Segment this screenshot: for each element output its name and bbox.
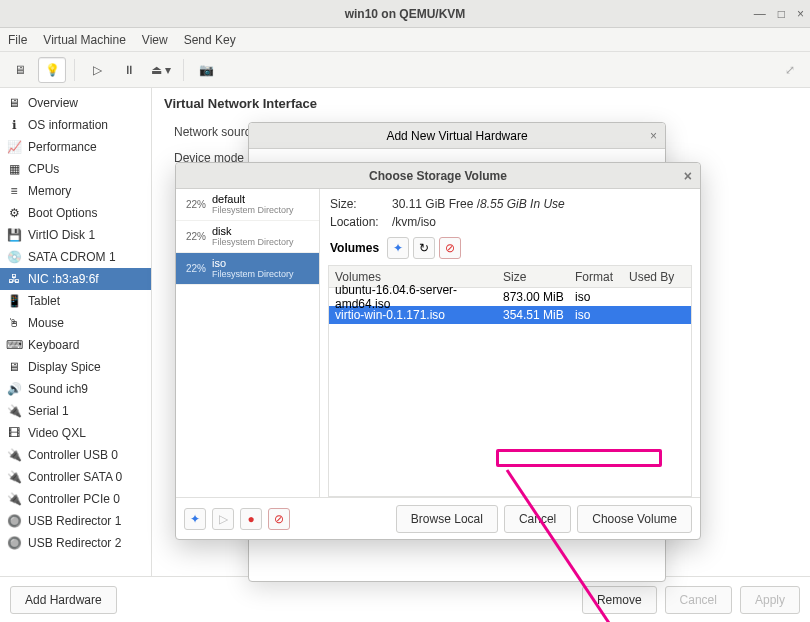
pool-usage: 22%	[182, 231, 206, 242]
window-title: win10 on QEMU/KVM	[345, 7, 466, 21]
sidebar-item-label: VirtIO Disk 1	[28, 228, 95, 242]
sidebar-item-label: Serial 1	[28, 404, 69, 418]
sidebar-item-label: Controller USB 0	[28, 448, 118, 462]
sidebar-item[interactable]: 💿SATA CDROM 1	[0, 246, 151, 268]
shutdown-button[interactable]: ⏏ ▾	[147, 57, 175, 83]
delete-pool-button[interactable]: ⊘	[268, 508, 290, 530]
sidebar-item-label: Tablet	[28, 294, 60, 308]
sidebar-item[interactable]: 🎞Video QXL	[0, 422, 151, 444]
console-button[interactable]: 🖥	[6, 57, 34, 83]
dialog-add-title: Add New Virtual Hardware	[386, 129, 527, 143]
sidebar-item[interactable]: 🔘USB Redirector 1	[0, 510, 151, 532]
sidebar-item[interactable]: 🖥Display Spice	[0, 356, 151, 378]
browse-local-button[interactable]: Browse Local	[396, 505, 498, 533]
sidebar-item[interactable]: 🖥Overview	[0, 92, 151, 114]
col-volumes[interactable]: Volumes	[335, 270, 503, 284]
sidebar-item-label: SATA CDROM 1	[28, 250, 116, 264]
menu-file[interactable]: File	[8, 33, 27, 47]
details-button[interactable]: 💡	[38, 57, 66, 83]
vol-name: ubuntu-16.04.6-server-amd64.iso	[335, 283, 503, 311]
sidebar-item-label: Mouse	[28, 316, 64, 330]
sidebar-item[interactable]: ⌨Keyboard	[0, 334, 151, 356]
refresh-volume-button[interactable]: ↻	[413, 237, 435, 259]
volume-row[interactable]: virtio-win-0.1.171.iso354.51 MiBiso	[329, 306, 691, 324]
pool-item[interactable]: 22%defaultFilesystem Directory	[176, 189, 319, 221]
sidebar-item-label: Controller SATA 0	[28, 470, 122, 484]
pool-usage: 22%	[182, 263, 206, 274]
dialog-choose-volume: Choose Storage Volume × 22%defaultFilesy…	[175, 162, 701, 540]
add-volume-button[interactable]: ✦	[387, 237, 409, 259]
cancel-button[interactable]: Cancel	[665, 586, 732, 614]
device-icon: 🔘	[6, 513, 22, 529]
menu-view[interactable]: View	[142, 33, 168, 47]
stop-pool-button[interactable]: ●	[240, 508, 262, 530]
sidebar-item[interactable]: ℹOS information	[0, 114, 151, 136]
add-hardware-button[interactable]: Add Hardware	[10, 586, 117, 614]
pool-item[interactable]: 22%diskFilesystem Directory	[176, 221, 319, 253]
device-icon: ≡	[6, 183, 22, 199]
volumes-label: Volumes	[330, 241, 379, 255]
sidebar-item[interactable]: ⚙Boot Options	[0, 202, 151, 224]
detail-heading: Virtual Network Interface	[164, 96, 798, 111]
dialog-add-close-icon[interactable]: ×	[650, 129, 657, 143]
delete-volume-button[interactable]: ⊘	[439, 237, 461, 259]
dialog-volume-close-icon[interactable]: ×	[684, 168, 692, 184]
dialog-volume-title: Choose Storage Volume	[369, 169, 507, 183]
device-icon: 🔌	[6, 469, 22, 485]
sidebar-item-label: Overview	[28, 96, 78, 110]
pool-name: defaultFilesystem Directory	[212, 194, 294, 215]
sidebar-item[interactable]: ≡Memory	[0, 180, 151, 202]
sidebar-item[interactable]: 🖧NIC :b3:a9:6f	[0, 268, 151, 290]
device-icon: 🎞	[6, 425, 22, 441]
window-titlebar: win10 on QEMU/KVM — □ ×	[0, 0, 810, 28]
col-usedby[interactable]: Used By	[629, 270, 685, 284]
sidebar-item[interactable]: 🔌Controller PCIe 0	[0, 488, 151, 510]
device-icon: 🖱	[6, 315, 22, 331]
sidebar-item[interactable]: 🖱Mouse	[0, 312, 151, 334]
vol-format: iso	[575, 308, 629, 322]
sidebar-item[interactable]: ▦CPUs	[0, 158, 151, 180]
sidebar-item[interactable]: 📈Performance	[0, 136, 151, 158]
choose-volume-button[interactable]: Choose Volume	[577, 505, 692, 533]
vm-sidebar: 🖥OverviewℹOS information📈Performance▦CPU…	[0, 88, 152, 576]
menubar: File Virtual Machine View Send Key	[0, 28, 810, 52]
volume-row[interactable]: ubuntu-16.04.6-server-amd64.iso873.00 Mi…	[329, 288, 691, 306]
add-pool-button[interactable]: ✦	[184, 508, 206, 530]
cancel-volume-button[interactable]: Cancel	[504, 505, 571, 533]
remove-button[interactable]: Remove	[582, 586, 657, 614]
close-icon[interactable]: ×	[797, 7, 804, 21]
sidebar-item[interactable]: 🔌Serial 1	[0, 400, 151, 422]
pool-item[interactable]: 22%isoFilesystem Directory	[176, 253, 319, 285]
minimize-icon[interactable]: —	[754, 7, 766, 21]
maximize-icon[interactable]: □	[778, 7, 785, 21]
fullscreen-button[interactable]: ⤢	[776, 57, 804, 83]
size-used: 8.55 GiB In Use	[480, 197, 565, 211]
menu-send-key[interactable]: Send Key	[184, 33, 236, 47]
sidebar-item-label: USB Redirector 1	[28, 514, 121, 528]
sidebar-item-label: USB Redirector 2	[28, 536, 121, 550]
sidebar-item[interactable]: 🔌Controller USB 0	[0, 444, 151, 466]
apply-button[interactable]: Apply	[740, 586, 800, 614]
pause-button[interactable]: ⏸	[115, 57, 143, 83]
sidebar-item[interactable]: 💾VirtIO Disk 1	[0, 224, 151, 246]
menu-virtual-machine[interactable]: Virtual Machine	[43, 33, 126, 47]
run-button[interactable]: ▷	[83, 57, 111, 83]
device-icon: ⌨	[6, 337, 22, 353]
col-format[interactable]: Format	[575, 270, 629, 284]
snapshots-button[interactable]: 📷	[192, 57, 220, 83]
col-size[interactable]: Size	[503, 270, 575, 284]
pool-name: diskFilesystem Directory	[212, 226, 294, 247]
device-icon: 🖧	[6, 271, 22, 287]
device-icon: 🖥	[6, 95, 22, 111]
sidebar-item-label: Display Spice	[28, 360, 101, 374]
sidebar-item-label: Controller PCIe 0	[28, 492, 120, 506]
sidebar-item[interactable]: 🔊Sound ich9	[0, 378, 151, 400]
size-free: 30.11 GiB Free /	[392, 197, 480, 211]
start-pool-button[interactable]: ▷	[212, 508, 234, 530]
sidebar-item[interactable]: 🔌Controller SATA 0	[0, 466, 151, 488]
device-icon: ⚙	[6, 205, 22, 221]
sidebar-item[interactable]: 🔘USB Redirector 2	[0, 532, 151, 554]
sidebar-item[interactable]: 📱Tablet	[0, 290, 151, 312]
device-icon: 🔌	[6, 403, 22, 419]
pool-list: 22%defaultFilesystem Directory22%diskFil…	[176, 189, 320, 497]
